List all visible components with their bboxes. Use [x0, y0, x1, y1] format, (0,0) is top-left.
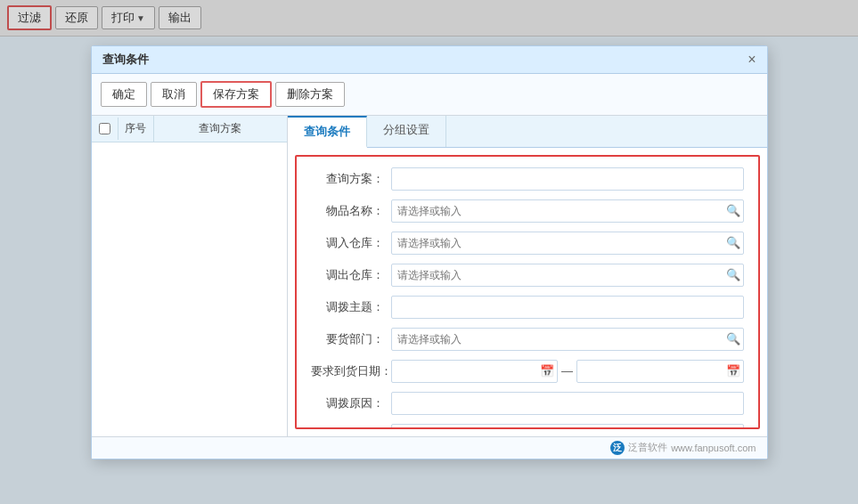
date-from-input[interactable]	[391, 360, 559, 383]
requisition-dept-input[interactable]	[391, 328, 744, 351]
tabs: 查询条件 分组设置	[288, 116, 767, 148]
date-to-input[interactable]	[576, 360, 744, 383]
date-separator: —	[561, 364, 573, 378]
delete-scheme-button[interactable]: 删除方案	[275, 82, 345, 107]
in-warehouse-search-icon[interactable]: 🔍	[726, 236, 740, 249]
scheme-input[interactable]	[391, 167, 744, 191]
form-row-transfer-subject: 调拨主题：	[311, 296, 744, 319]
dialog-actions: 确定 取消 保存方案 删除方案	[92, 74, 767, 116]
confirm-button[interactable]: 确定	[101, 82, 147, 107]
cancel-button[interactable]: 取消	[151, 82, 197, 107]
out-warehouse-search-icon[interactable]: 🔍	[726, 268, 740, 281]
right-panel: 查询条件 分组设置 查询方案： 物品名称： 🔍	[288, 116, 767, 436]
left-panel: 序号 查询方案	[92, 116, 288, 436]
transfer-applicant-search-icon[interactable]: 🔍	[726, 428, 740, 429]
requisition-dept-field: 🔍	[391, 328, 744, 351]
required-date-label: 要求到货日期：	[311, 363, 391, 379]
transfer-applicant-input[interactable]	[391, 424, 744, 429]
brand-logo-icon: 泛	[610, 441, 625, 455]
dialog-close-button[interactable]: ×	[748, 53, 756, 67]
transfer-reason-label: 调拨原因：	[311, 395, 391, 411]
date-to-calendar-icon[interactable]: 📅	[726, 364, 740, 378]
requisition-dept-label: 要货部门：	[311, 331, 391, 347]
modal-overlay: 查询条件 × 确定 取消 保存方案 删除方案 序号 查询方案	[0, 0, 858, 504]
header-index-col: 序号	[118, 116, 154, 142]
required-date-range: 📅 — 📅	[391, 360, 744, 383]
item-name-search-icon[interactable]: 🔍	[726, 204, 740, 217]
item-name-label: 物品名称：	[311, 203, 391, 219]
brand-company: 泛普软件	[628, 441, 667, 454]
out-warehouse-label: 调出仓库：	[311, 267, 391, 283]
in-warehouse-input[interactable]	[391, 232, 744, 255]
tab-group-settings[interactable]: 分组设置	[367, 116, 446, 147]
item-name-input[interactable]	[391, 199, 744, 223]
brand-website: www.fanpusoft.com	[671, 443, 756, 453]
date-from-calendar-icon[interactable]: 📅	[540, 364, 554, 378]
tab-query-conditions[interactable]: 查询条件	[288, 116, 367, 148]
transfer-subject-input[interactable]	[391, 296, 744, 319]
in-warehouse-label: 调入仓库：	[311, 235, 391, 251]
dialog-header: 查询条件 ×	[92, 46, 767, 74]
form-row-transfer-reason: 调拨原因：	[311, 392, 744, 415]
form-content: 查询方案： 物品名称： 🔍 调入仓库：	[295, 155, 760, 429]
transfer-applicant-label: 调拨申请人：	[311, 427, 391, 429]
header-scheme-col: 查询方案	[154, 116, 287, 142]
left-panel-header: 序号 查询方案	[92, 116, 287, 142]
header-checkbox-col	[92, 118, 118, 140]
left-panel-body	[92, 142, 287, 436]
form-row-scheme: 查询方案：	[311, 167, 744, 191]
item-name-field: 🔍	[391, 199, 744, 223]
select-all-checkbox[interactable]	[99, 123, 110, 134]
form-row-requisition-dept: 要货部门： 🔍	[311, 328, 744, 351]
dialog-body: 序号 查询方案 查询条件 分组设置 查询方案：	[92, 116, 767, 436]
date-from-wrap: 📅	[391, 360, 559, 383]
scheme-label: 查询方案：	[311, 171, 391, 187]
form-row-in-warehouse: 调入仓库： 🔍	[311, 232, 744, 255]
query-conditions-dialog: 查询条件 × 确定 取消 保存方案 删除方案 序号 查询方案	[91, 45, 768, 459]
date-to-wrap: 📅	[576, 360, 744, 383]
transfer-applicant-field: 🔍	[391, 424, 744, 429]
form-row-out-warehouse: 调出仓库： 🔍	[311, 264, 744, 287]
save-scheme-button[interactable]: 保存方案	[200, 81, 272, 108]
dialog-footer: 泛 泛普软件 www.fanpusoft.com	[92, 436, 767, 459]
requisition-dept-search-icon[interactable]: 🔍	[726, 332, 740, 345]
in-warehouse-field: 🔍	[391, 232, 744, 255]
out-warehouse-field: 🔍	[391, 264, 744, 287]
form-row-transfer-applicant: 调拨申请人： 🔍	[311, 424, 744, 429]
form-row-item-name: 物品名称： 🔍	[311, 199, 744, 223]
out-warehouse-input[interactable]	[391, 264, 744, 287]
form-row-required-date: 要求到货日期： 📅 — 📅	[311, 360, 744, 383]
dialog-title: 查询条件	[102, 52, 149, 68]
transfer-subject-label: 调拨主题：	[311, 299, 391, 315]
transfer-reason-input[interactable]	[391, 392, 744, 415]
